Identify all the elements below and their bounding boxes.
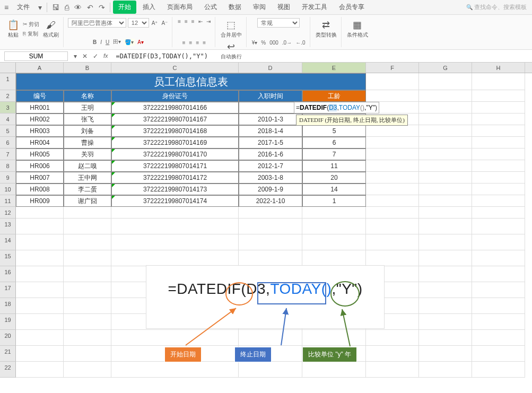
border-button[interactable]: 田▾ xyxy=(112,38,122,46)
row-header-14[interactable]: 14 xyxy=(0,234,16,250)
row-header-21[interactable]: 21 xyxy=(0,346,16,362)
col-header-H[interactable]: H xyxy=(472,63,525,73)
align-left[interactable]: ≡ xyxy=(181,39,187,46)
justify[interactable]: ≡ xyxy=(202,39,207,46)
row-header-15[interactable]: 15 xyxy=(0,250,16,266)
cell-A9[interactable]: HR007 xyxy=(16,172,64,184)
cell-D8[interactable]: 2012-1-7 xyxy=(239,160,302,172)
align-center[interactable]: ≡ xyxy=(188,39,194,46)
dec-decimal[interactable]: ←.0 xyxy=(294,39,306,46)
row-header-17[interactable]: 17 xyxy=(0,282,16,298)
formula-input[interactable]: =DATEDIF(D3,TODAY(),"Y") xyxy=(113,51,532,61)
tab-dev[interactable]: 开发工具 xyxy=(296,1,333,14)
row-header-19[interactable]: 19 xyxy=(0,314,16,330)
cell-C7[interactable]: 372222199807014170 xyxy=(111,149,239,160)
cell-D7[interactable]: 2016-1-6 xyxy=(239,149,302,160)
cell-A7[interactable]: HR005 xyxy=(16,149,64,160)
cell-A8[interactable]: HR006 xyxy=(16,160,64,172)
row-header-7[interactable]: 7 xyxy=(0,149,16,160)
cell-B6[interactable]: 曹操 xyxy=(64,137,111,149)
undo-icon[interactable]: ↶ xyxy=(85,2,95,13)
font-select[interactable]: 阿里巴巴普惠体 xyxy=(68,18,126,28)
row-header-18[interactable]: 18 xyxy=(0,298,16,314)
font-color[interactable]: A▾ xyxy=(136,39,145,46)
col-header-A[interactable]: A xyxy=(16,63,64,73)
search-box[interactable]: 查找命令、搜索模板 xyxy=(463,2,530,13)
currency-button[interactable]: ¥▾ xyxy=(251,39,259,46)
row-header-2[interactable]: 2 xyxy=(0,90,16,102)
cell-C4[interactable]: 372222199807014167 xyxy=(111,113,239,125)
tab-review[interactable]: 审阅 xyxy=(248,1,271,14)
cell-C6[interactable]: 372222199807014169 xyxy=(111,137,239,149)
tab-layout[interactable]: 页面布局 xyxy=(162,1,198,14)
underline-button[interactable]: U xyxy=(104,39,110,46)
col-header-B[interactable]: B xyxy=(64,63,111,73)
cell-C11[interactable]: 372222199807014174 xyxy=(111,195,239,207)
col-header-C[interactable]: C xyxy=(111,63,239,73)
row-header-12[interactable]: 12 xyxy=(0,207,16,219)
cell-A6[interactable]: HR004 xyxy=(16,137,64,149)
cell-C5[interactable]: 372222199807014168 xyxy=(111,125,239,137)
col-header-G[interactable]: G xyxy=(419,63,472,73)
menu-icon[interactable]: ≡ xyxy=(2,2,11,13)
row-header-11[interactable]: 11 xyxy=(0,195,16,207)
copy-button[interactable]: ⎘ 复制 xyxy=(22,30,40,38)
number-format[interactable]: 常规 xyxy=(257,18,300,28)
fx-icon[interactable]: fx xyxy=(102,53,110,60)
tab-formula[interactable]: 公式 xyxy=(199,1,222,14)
row-header-5[interactable]: 5 xyxy=(0,125,16,137)
indent-inc[interactable]: ⇥ xyxy=(205,18,212,25)
cancel-icon[interactable]: ✕ xyxy=(81,53,89,60)
row-header-22[interactable]: 22 xyxy=(0,362,16,378)
row-header-6[interactable]: 6 xyxy=(0,137,16,149)
size-select[interactable]: 12 xyxy=(128,18,149,28)
redo-icon[interactable]: ↷ xyxy=(97,2,107,13)
cell-B8[interactable]: 赵二嗅 xyxy=(64,160,111,172)
cell-D11[interactable]: 2022-1-10 xyxy=(239,195,302,207)
bold-button[interactable]: B xyxy=(92,39,98,46)
cell-B3[interactable]: 王明 xyxy=(64,102,111,113)
format-painter[interactable]: 🖌格式刷 xyxy=(42,19,60,40)
select-all-corner[interactable] xyxy=(0,63,16,73)
print-icon[interactable]: ⎙ xyxy=(63,2,71,13)
col-header-E[interactable]: E xyxy=(302,63,366,73)
tab-data[interactable]: 数据 xyxy=(223,1,247,14)
row-header-1[interactable]: 1 xyxy=(0,73,16,90)
formula-editing-overlay[interactable]: =DATEDIF(D3,TODAY(),"Y") xyxy=(294,102,379,113)
cell-A5[interactable]: HR003 xyxy=(16,125,64,137)
cell-E9[interactable]: 20 xyxy=(302,172,366,184)
confirm-icon[interactable]: ✓ xyxy=(91,53,100,60)
cell-D3[interactable]: 2 xyxy=(239,102,302,113)
cell-C10[interactable]: 372222199807014173 xyxy=(111,184,239,195)
name-box[interactable] xyxy=(4,51,68,61)
cell-D10[interactable]: 2009-1-9 xyxy=(239,184,302,195)
row-header-9[interactable]: 9 xyxy=(0,172,16,184)
grow-font[interactable]: A⁺ xyxy=(151,20,159,27)
row-header-10[interactable]: 10 xyxy=(0,184,16,195)
cell-A4[interactable]: HR002 xyxy=(16,113,64,125)
cell-B7[interactable]: 关羽 xyxy=(64,149,111,160)
align-mid[interactable]: ≡ xyxy=(184,18,189,25)
merge-center-button[interactable]: ⬚合并居中 xyxy=(220,18,243,40)
cell-E10[interactable]: 14 xyxy=(302,184,366,195)
cell-A3[interactable]: HR001 xyxy=(16,102,64,113)
row-header-3[interactable]: 3 xyxy=(0,102,16,113)
cond-format-button[interactable]: ▦条件格式 xyxy=(346,18,369,40)
cell-A11[interactable]: HR009 xyxy=(16,195,64,207)
cell-E6[interactable]: 6 xyxy=(302,137,366,149)
row-header-20[interactable]: 20 xyxy=(0,330,16,346)
cell-B4[interactable]: 张飞 xyxy=(64,113,111,125)
dropdown-icon[interactable]: ▾ xyxy=(36,2,44,13)
cell-E7[interactable]: 7 xyxy=(302,149,366,160)
align-right[interactable]: ≡ xyxy=(195,39,200,46)
cell-B11[interactable]: 谢广囧 xyxy=(64,195,111,207)
row-header-8[interactable]: 8 xyxy=(0,160,16,172)
shrink-font[interactable]: A⁻ xyxy=(160,20,169,27)
indent-dec[interactable]: ⇤ xyxy=(197,18,204,25)
fill-color[interactable]: 🪣▾ xyxy=(124,39,135,46)
row-header-4[interactable]: 4 xyxy=(0,113,16,125)
cell-E8[interactable]: 11 xyxy=(302,160,366,172)
row-header-13[interactable]: 13 xyxy=(0,219,16,234)
percent-button[interactable]: % xyxy=(260,39,267,46)
paste-button[interactable]: 📋粘贴 xyxy=(6,18,20,40)
